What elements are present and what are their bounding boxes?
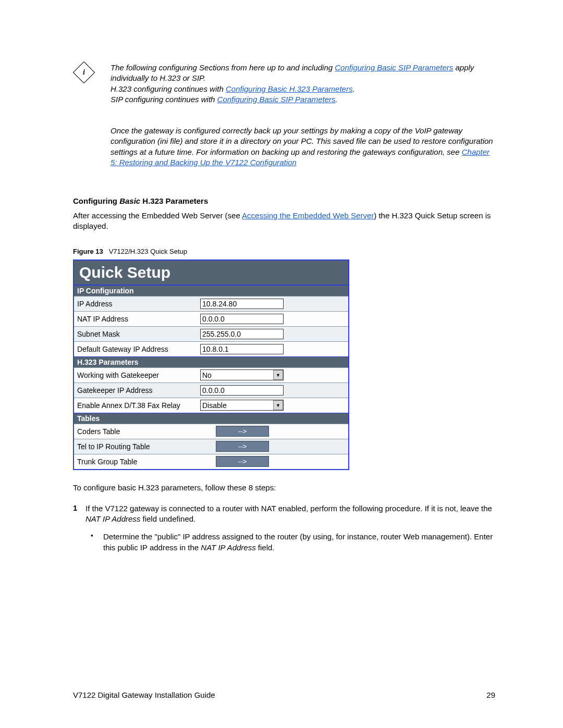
- input-gk-ip[interactable]: [200, 385, 284, 396]
- label-nat-ip: NAT IP Address: [74, 315, 197, 323]
- note-text: The following configuring Sections from …: [100, 63, 495, 168]
- input-gateway[interactable]: [200, 344, 284, 354]
- document-page: i The following configuring Sections fro…: [0, 0, 563, 728]
- figure-desc: V7122/H.323 Quick Setup: [109, 248, 187, 255]
- bullet-icon: ▪: [91, 532, 103, 553]
- section-h323-params: H.323 Parameters: [74, 356, 348, 367]
- bullet-item: ▪ Determine the "public" IP address assi…: [91, 532, 495, 553]
- quick-setup-title: Quick Setup: [74, 261, 348, 285]
- bullet-a: Determine the "public" IP address assign…: [103, 532, 493, 551]
- select-annex[interactable]: Disable ▼: [200, 400, 284, 411]
- note-block: i The following configuring Sections fro…: [73, 63, 495, 168]
- input-ip-address[interactable]: [200, 299, 284, 309]
- step1-a: If the V7122 gateway is connected to a r…: [85, 504, 492, 513]
- note-text-3a: SIP configuring continues with: [111, 95, 217, 104]
- step1-field: NAT IP Address: [85, 514, 140, 523]
- step1-b: field undefined.: [140, 514, 195, 523]
- note-text-2a: H.323 configuring continues with: [111, 84, 226, 93]
- label-subnet: Subnet Mask: [74, 330, 197, 338]
- heading-italic: Basic: [119, 196, 140, 205]
- section-heading: Configuring Basic H.323 Parameters: [73, 196, 495, 205]
- heading-prefix: Configuring: [73, 196, 119, 205]
- label-trunk-group: Trunk Group Table: [74, 458, 197, 466]
- link-config-basic-sip-params[interactable]: Configuring Basic SIP Parameters: [217, 95, 336, 104]
- chevron-down-icon: ▼: [273, 370, 283, 380]
- label-ip-address: IP Address: [74, 300, 197, 308]
- link-config-basic-sip[interactable]: Configuring Basic SIP Parameters: [335, 63, 453, 72]
- heading-suffix: H.323 Parameters: [140, 196, 208, 205]
- input-subnet[interactable]: [200, 329, 284, 339]
- chevron-down-icon: ▼: [273, 400, 283, 410]
- figure-label: Figure 13: [73, 248, 103, 255]
- button-coders-table[interactable]: -->: [216, 426, 269, 437]
- select-annex-value: Disable: [202, 401, 227, 410]
- input-nat-ip[interactable]: [200, 314, 284, 324]
- select-gatekeeper-value: No: [202, 371, 212, 379]
- figure-caption: Figure 13 V7122/H.323 Quick Setup: [73, 248, 495, 255]
- footer-title: V7122 Digital Gateway Installation Guide: [73, 690, 215, 699]
- link-accessing-web[interactable]: Accessing the Embedded Web Server: [242, 211, 374, 220]
- button-trunk-group[interactable]: -->: [216, 456, 269, 467]
- label-gatekeeper: Working with Gatekeeper: [74, 371, 197, 379]
- intro-text: After accessing the Embedded Web Server …: [73, 211, 495, 232]
- after-figure-text: To configure basic H.323 parameters, fol…: [73, 483, 495, 493]
- link-config-basic-h323[interactable]: Configuring Basic H.323 Parameters: [226, 84, 352, 93]
- bullet-b: field.: [256, 543, 275, 552]
- note-text-1a: The following configuring Sections from …: [111, 63, 335, 72]
- label-coders-table: Coders Table: [74, 427, 197, 436]
- quick-setup-panel: Quick Setup IP Configuration IP Address …: [73, 260, 349, 470]
- button-tel-to-ip[interactable]: -->: [216, 441, 269, 452]
- label-gateway: Default Gateway IP Address: [74, 345, 197, 353]
- label-tel-to-ip: Tel to IP Routing Table: [74, 442, 197, 451]
- bullet-field: NAT IP Address: [201, 543, 255, 552]
- info-icon: i: [73, 61, 95, 83]
- step-body: If the V7122 gateway is connected to a r…: [85, 503, 495, 525]
- page-number: 29: [486, 690, 495, 699]
- label-annex: Enable Annex D/T.38 Fax Relay: [74, 401, 197, 410]
- note-text-2b: .: [352, 84, 354, 93]
- steps-list: 1 If the V7122 gateway is connected to a…: [73, 503, 495, 553]
- select-gatekeeper[interactable]: No ▼: [200, 369, 284, 380]
- step-number: 1: [73, 503, 85, 525]
- section-tables: Tables: [74, 413, 348, 424]
- page-footer: V7122 Digital Gateway Installation Guide…: [73, 690, 495, 699]
- intro-a: After accessing the Embedded Web Server …: [73, 211, 242, 220]
- note-para2: Once the gateway is configured correctly…: [111, 126, 493, 156]
- label-gk-ip: Gatekeeper IP Address: [74, 386, 197, 394]
- note-text-3b: .: [336, 95, 338, 104]
- section-ip-config: IP Configuration: [74, 285, 348, 296]
